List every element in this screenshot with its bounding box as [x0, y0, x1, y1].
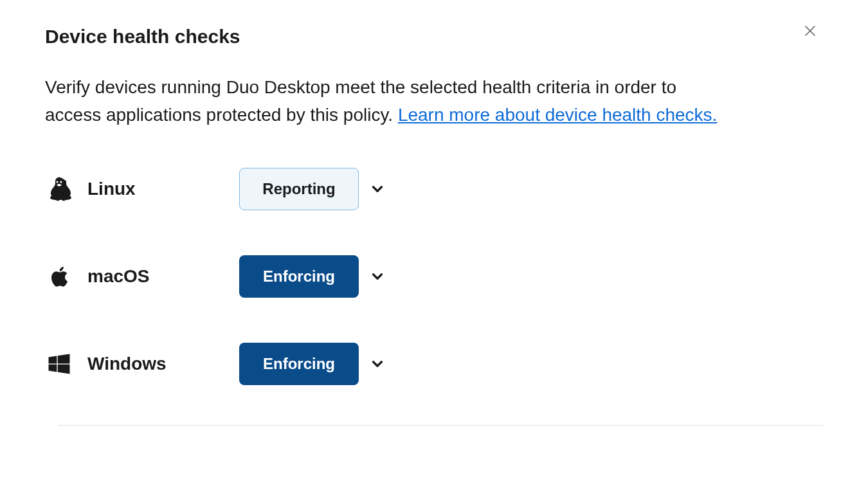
os-name-label: Linux [87, 179, 136, 199]
os-name-label: Windows [87, 354, 167, 374]
page-description: Verify devices running Duo Desktop meet … [45, 73, 727, 129]
os-row-windows: Windows Enforcing [45, 343, 823, 385]
linux-icon [45, 175, 73, 203]
os-label-group: Linux [45, 175, 239, 203]
apple-icon [45, 262, 73, 291]
chevron-down-icon[interactable] [369, 356, 386, 372]
status-select-group: Reporting [239, 168, 386, 210]
page-title: Device health checks [45, 26, 823, 48]
device-health-panel: Device health checks Verify devices runn… [0, 0, 868, 426]
chevron-down-icon[interactable] [369, 268, 386, 285]
status-select-button[interactable]: Enforcing [239, 343, 359, 385]
status-select-button[interactable]: Enforcing [239, 255, 359, 298]
section-divider [58, 425, 823, 426]
status-select-button[interactable]: Reporting [239, 168, 359, 210]
os-list: Linux Reporting macOS [45, 168, 823, 385]
os-name-label: macOS [87, 266, 150, 287]
windows-icon [45, 350, 73, 378]
status-select-group: Enforcing [239, 255, 386, 298]
os-label-group: macOS [45, 262, 239, 291]
chevron-down-icon[interactable] [369, 181, 386, 197]
status-select-group: Enforcing [239, 343, 386, 385]
close-icon[interactable] [802, 23, 818, 39]
learn-more-link[interactable]: Learn more about device health checks. [398, 105, 718, 125]
os-row-linux: Linux Reporting [45, 168, 823, 210]
os-row-macos: macOS Enforcing [45, 255, 823, 298]
os-label-group: Windows [45, 350, 239, 378]
